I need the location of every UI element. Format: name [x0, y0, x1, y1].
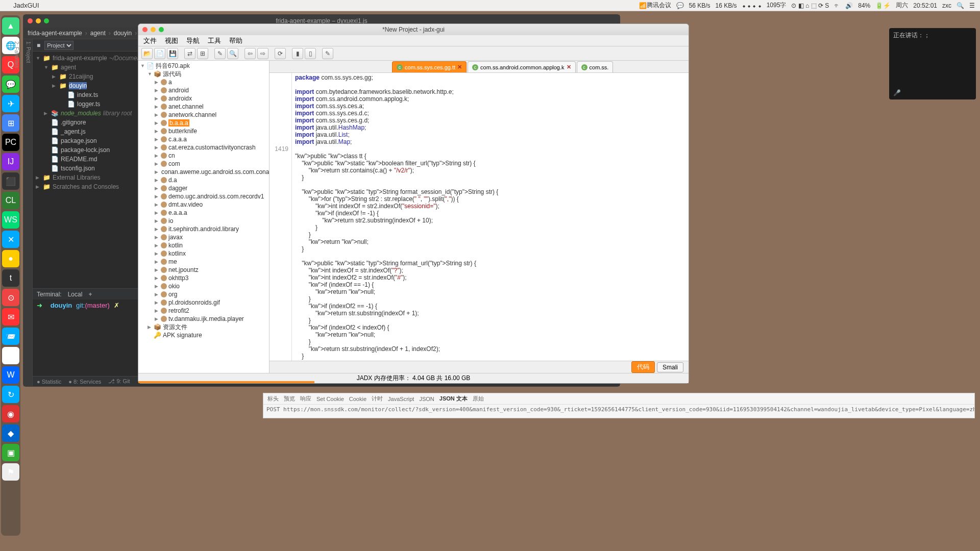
breadcrumb-seg[interactable]: frida-agent-example	[28, 30, 82, 37]
request-line[interactable]: POST https://mon.snssdk.com/monitor/coll…	[263, 405, 974, 418]
package-row[interactable]: ▶retrofit2	[138, 307, 269, 315]
jadx-bottom-tabs[interactable]: 代码 Smali	[270, 361, 689, 373]
package-row[interactable]: ▼📄抖音670.apk	[138, 62, 269, 70]
package-row[interactable]: ▶anet.channel	[138, 103, 269, 111]
package-row[interactable]: ▶cat.ereza.customactivityoncrash	[138, 143, 269, 152]
package-row[interactable]: ▶pl.droidsonroids.gif	[138, 298, 269, 307]
package-row[interactable]: ▶e.a.a.a	[138, 209, 269, 217]
open-icon[interactable]: 📂	[141, 48, 153, 59]
devtools-tab[interactable]: Cookie	[349, 396, 366, 402]
terminal-tab-local[interactable]: Local	[68, 291, 83, 298]
jadx-titlebar[interactable]: *New Project - jadx-gui	[138, 24, 689, 35]
devtools-tabs[interactable]: 标头预览响应Set CookieCookie计时JavaScriptJSONJS…	[263, 393, 974, 405]
package-row[interactable]: ▶me	[138, 258, 269, 266]
source-code[interactable]: package com.ss.sys.ces.gg; import com.by…	[292, 73, 689, 361]
search-icon[interactable]: 🔍	[227, 48, 238, 59]
package-row[interactable]: ▶org	[138, 290, 269, 298]
menu-help[interactable]: 帮助	[229, 36, 242, 45]
tab-smali[interactable]: Smali	[657, 362, 683, 372]
mic-icon[interactable]: 🎤	[893, 89, 901, 96]
jadx-menubar[interactable]: 文件 视图 导航 工具 帮助	[138, 35, 689, 46]
dock-app[interactable]: ▲	[2, 17, 19, 35]
devtools-tab[interactable]: Set Cookie	[316, 396, 344, 402]
new-icon[interactable]: 📄	[154, 48, 165, 59]
devtools-tab[interactable]: 计时	[372, 395, 383, 403]
package-row[interactable]: ▶kotlinx	[138, 249, 269, 258]
package-row[interactable]: ▶kotlin	[138, 241, 269, 249]
package-row[interactable]: ▶tv.danmaku.ijk.media.player	[138, 315, 269, 323]
package-row[interactable]: ▶net.jpountz	[138, 266, 269, 274]
devtools-tab[interactable]: JSON	[419, 396, 434, 402]
package-row[interactable]: ▶dagger	[138, 184, 269, 192]
dock-app[interactable]: ◉	[2, 405, 19, 422]
package-row[interactable]: ▶conan.aweme.ugc.android.ss.com.conan_ba…	[138, 168, 269, 176]
menu-view[interactable]: 视图	[165, 36, 178, 45]
ide-left-gutter[interactable]: 1: Project2: Favorites	[23, 39, 33, 386]
code-viewer[interactable]: 1419 14201421 package com.ss.sys.ces.gg;…	[270, 73, 689, 361]
package-row[interactable]: ▶📦资源文件	[138, 323, 269, 331]
package-row[interactable]: ▶android	[138, 86, 269, 94]
devtools-tab[interactable]: 原始	[473, 395, 484, 403]
status-meeting[interactable]: 📶 腾讯会议	[639, 1, 671, 10]
battery-icon[interactable]: 🔋⚡	[875, 2, 891, 9]
traffic-lights[interactable]	[28, 18, 49, 23]
package-row[interactable]: ▶com	[138, 160, 269, 168]
volume-icon[interactable]: 🔊	[845, 2, 853, 9]
devtools-tab[interactable]: 响应	[300, 395, 311, 403]
package-row[interactable]: ▶cn	[138, 152, 269, 160]
devtools-tab[interactable]: 标头	[267, 395, 279, 403]
devtools-tab[interactable]: JSON 文本	[439, 395, 468, 403]
package-row[interactable]: ▶javax	[138, 233, 269, 241]
devtools-strip[interactable]: 标头预览响应Set CookieCookie计时JavaScriptJSONJS…	[263, 393, 975, 418]
breadcrumb-seg[interactable]: douyin	[114, 30, 132, 37]
menu-file[interactable]: 文件	[143, 36, 157, 45]
menu-nav[interactable]: 导航	[186, 36, 200, 45]
tab-code[interactable]: 代码	[631, 361, 655, 373]
dock-app[interactable]: ▣	[2, 444, 19, 461]
breadcrumb-seg[interactable]: agent	[90, 30, 106, 37]
package-row[interactable]: ▶it.sephiroth.android.library	[138, 225, 269, 233]
status-item[interactable]: ⎇ 9: Git	[108, 378, 130, 385]
wand-icon[interactable]: ✎	[214, 48, 226, 59]
jadx-package-tree[interactable]: ▼📄抖音670.apk▼📦源代码▶a▶android▶androidx▶anet…	[138, 61, 270, 373]
status-item[interactable]: ● Statistic	[37, 379, 61, 385]
dock-app[interactable]: ⚑	[2, 463, 19, 481]
sync-icon[interactable]: ⇄	[184, 48, 195, 59]
save-icon[interactable]: 💾	[167, 48, 178, 59]
package-row[interactable]: ▶dmt.av.video	[138, 201, 269, 209]
grid-icon[interactable]: ⊞	[197, 48, 208, 59]
package-row[interactable]: ▶androidx	[138, 94, 269, 103]
jadx-editor-tabs[interactable]: ccom.ss.sys.ces.gg.tt✕ ccom.ss.android.c…	[270, 61, 689, 73]
meeting-overlay[interactable]: 正在讲话：； 🎤	[889, 28, 976, 99]
dock-app[interactable]: ◆	[2, 424, 19, 442]
package-row[interactable]: ▶b.a.a.a	[138, 119, 269, 127]
menubar-app-name[interactable]: JadxGUI	[13, 2, 39, 9]
spotlight-icon[interactable]: 🔍	[957, 2, 964, 9]
project-view-selector[interactable]: Project	[44, 41, 74, 50]
package-row[interactable]: ▶butterknife	[138, 127, 269, 135]
package-row[interactable]: ▶c.a.a.a	[138, 135, 269, 143]
menubar-user[interactable]: zxc	[942, 2, 951, 9]
log-icon[interactable]: ▯	[305, 48, 316, 59]
dock-app[interactable]: ↻	[2, 386, 19, 403]
editor-tab[interactable]: ccom.ss.	[577, 61, 614, 72]
wifi-icon[interactable]: ᯤ	[834, 2, 840, 9]
status-item[interactable]: ● 8: Services	[68, 379, 101, 385]
terminal-add-tab[interactable]: +	[88, 291, 92, 298]
devtools-tab[interactable]: JavaScript	[388, 396, 414, 402]
devtools-tab[interactable]: 预览	[284, 395, 295, 403]
menu-tools[interactable]: 工具	[208, 36, 221, 45]
pref-icon[interactable]: ✎	[322, 48, 333, 59]
package-row[interactable]: ▶demo.ugc.android.ss.com.recordv1	[138, 192, 269, 201]
package-row[interactable]: ▶a	[138, 78, 269, 86]
package-row[interactable]: ▶okhttp3	[138, 274, 269, 282]
package-row[interactable]: ▶d.a	[138, 176, 269, 184]
forward-icon[interactable]: ⇨	[257, 48, 268, 59]
refresh-icon[interactable]: ⟳	[275, 48, 286, 59]
editor-tab[interactable]: ccom.ss.android.common.applog.k✕	[468, 61, 575, 72]
package-row[interactable]: ▶okio	[138, 282, 269, 290]
package-row[interactable]: ▼📦源代码	[138, 70, 269, 78]
deobf-icon[interactable]: ▮	[292, 48, 303, 59]
status-wechat-icon[interactable]: 💬	[676, 2, 684, 9]
package-row[interactable]: ▶io	[138, 217, 269, 225]
